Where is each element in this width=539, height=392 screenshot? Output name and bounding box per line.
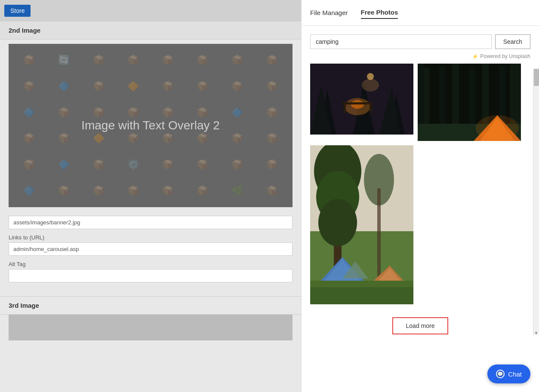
chat-label: Chat bbox=[508, 371, 522, 378]
photo-item-1[interactable] bbox=[310, 64, 413, 135]
links-to-label: Links to (URL) bbox=[9, 234, 293, 241]
photos-grid: Load more bbox=[302, 64, 539, 392]
scroll-thumb[interactable] bbox=[534, 69, 539, 86]
photo-3-svg bbox=[310, 145, 413, 304]
svg-rect-10 bbox=[370, 104, 372, 113]
right-panel: File Manager Free Photos Search ⚡ Powere… bbox=[301, 0, 539, 392]
top-bar: Store bbox=[0, 0, 301, 21]
photo-1-svg bbox=[310, 64, 413, 135]
tab-free-photos[interactable]: Free Photos bbox=[361, 6, 398, 19]
links-to-input[interactable] bbox=[9, 242, 293, 256]
load-more-area bbox=[418, 145, 521, 304]
search-area: Search bbox=[302, 26, 539, 53]
chat-button[interactable]: 💬 Chat bbox=[487, 364, 530, 383]
svg-rect-41 bbox=[310, 287, 413, 304]
svg-point-12 bbox=[362, 79, 379, 92]
tab-file-manager[interactable]: File Manager bbox=[310, 7, 348, 18]
powered-by-text: Powered by Unsplash bbox=[480, 53, 530, 59]
links-to-field: Links to (URL) bbox=[9, 234, 293, 256]
search-button[interactable]: Search bbox=[495, 34, 530, 49]
svg-point-25 bbox=[476, 115, 519, 141]
alt-tag-field: Alt Tag bbox=[9, 261, 293, 282]
image-overlay-text: Image with Text Overlay 2 bbox=[81, 119, 220, 132]
svg-point-32 bbox=[318, 199, 357, 246]
second-image-header: 2nd Image bbox=[0, 21, 301, 40]
search-input[interactable] bbox=[310, 34, 492, 49]
photos-row-1 bbox=[310, 64, 530, 141]
photo-item-3[interactable] bbox=[310, 145, 413, 304]
scrollbar[interactable]: ▲ ▼ bbox=[533, 69, 539, 335]
alt-tag-input[interactable] bbox=[9, 269, 293, 282]
image-path-input[interactable] bbox=[9, 216, 293, 229]
third-image-header: 3rd Image bbox=[0, 296, 301, 315]
right-header: File Manager Free Photos bbox=[302, 0, 539, 26]
left-panel: Store 2nd Image 📦🔄📦📦📦📦📦📦 📦🔷📦🔶📦📦📦📦 🔷📦📦📦📦📦… bbox=[0, 0, 301, 392]
powered-by: ⚡ Powered by Unsplash bbox=[302, 53, 539, 64]
form-section: Links to (URL) Alt Tag bbox=[0, 211, 301, 292]
svg-rect-9 bbox=[344, 104, 346, 113]
photos-row-2 bbox=[310, 145, 530, 304]
store-button[interactable]: Store bbox=[4, 5, 31, 17]
photo-2-svg bbox=[418, 64, 521, 141]
image-placeholder: 📦🔄📦📦📦📦📦📦 📦🔷📦🔶📦📦📦📦 🔷📦📦📦📦📦🔷📦 📦📦🔶📦📦📦📦📦 📦🔷📦⚙… bbox=[9, 44, 293, 207]
image-path-field bbox=[9, 216, 293, 229]
third-image-area bbox=[9, 315, 293, 340]
chat-icon: 💬 bbox=[496, 370, 505, 378]
scroll-down-arrow[interactable]: ▼ bbox=[533, 331, 539, 335]
photo-item-2[interactable] bbox=[418, 64, 521, 141]
alt-tag-label: Alt Tag bbox=[9, 261, 293, 267]
load-more-button[interactable]: Load more bbox=[392, 317, 449, 334]
load-more-section: Load more bbox=[310, 309, 530, 343]
unsplash-icon: ⚡ bbox=[472, 54, 478, 59]
svg-rect-8 bbox=[342, 102, 373, 104]
